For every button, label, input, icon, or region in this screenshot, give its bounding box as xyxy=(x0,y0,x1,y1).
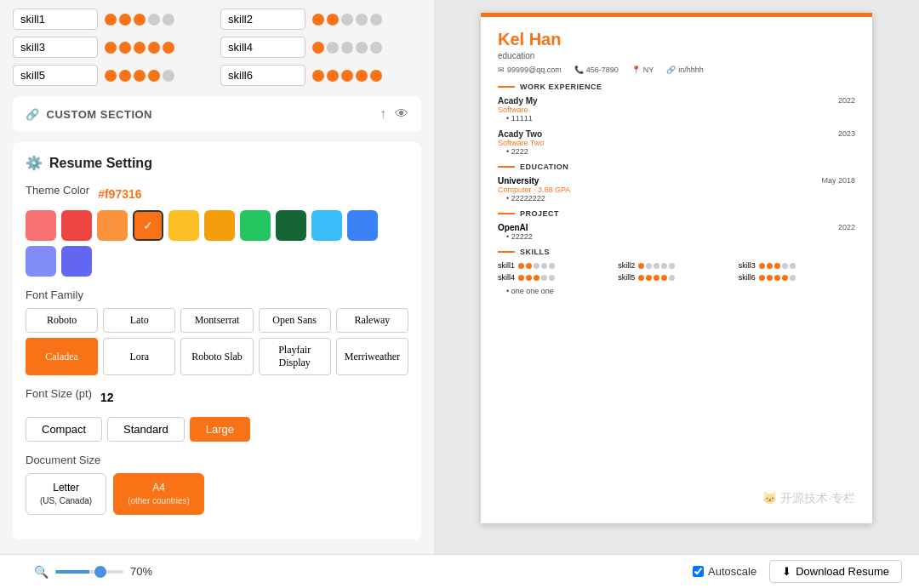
color-swatch[interactable] xyxy=(26,246,56,277)
watermark: 🐱 开源技术·专栏 xyxy=(762,491,855,506)
work-section-line xyxy=(498,86,515,88)
skill-input[interactable] xyxy=(220,65,305,86)
font-button[interactable]: Roboto Slab xyxy=(180,338,253,375)
dot-filled[interactable] xyxy=(312,14,324,26)
edu-school: University xyxy=(498,176,539,186)
color-swatch[interactable] xyxy=(97,210,128,241)
preview-dot-filled xyxy=(638,275,644,281)
color-swatch[interactable] xyxy=(347,210,378,241)
font-size-button[interactable]: Compact xyxy=(26,417,102,442)
color-swatch[interactable] xyxy=(204,210,235,241)
email-value: 99999@qq.com xyxy=(507,66,562,74)
exp-company: Acady Two xyxy=(498,129,542,139)
preview-skill-name: skill6 xyxy=(739,273,756,282)
project-section-line xyxy=(498,213,515,214)
dot-filled[interactable] xyxy=(105,42,117,54)
resume-contact: ✉ 99999@qq.com 📞 456-7890 📍 NY 🔗 in/hhhh xyxy=(498,66,855,74)
dot-empty[interactable] xyxy=(370,14,382,26)
dot-empty[interactable] xyxy=(356,14,368,26)
font-family-grid: RobotoLatoMontserratOpen SansRalewayCala… xyxy=(26,308,408,375)
resume-name: Kel Han xyxy=(498,30,855,49)
doc-size-label: Document Size xyxy=(26,454,408,466)
upload-icon[interactable]: ↑ xyxy=(380,106,386,122)
skill-dots xyxy=(105,70,174,82)
contact-link: 🔗 in/hhhh xyxy=(666,66,704,74)
font-button[interactable]: Playfair Display xyxy=(259,338,331,375)
dot-filled[interactable] xyxy=(356,70,368,82)
eye-off-icon[interactable]: 👁 xyxy=(395,106,408,122)
color-swatch[interactable]: ✓ xyxy=(133,210,163,241)
color-swatch[interactable] xyxy=(61,210,92,241)
preview-dot-empty xyxy=(790,275,796,281)
dot-filled[interactable] xyxy=(119,42,131,54)
autoscale-checkbox[interactable] xyxy=(693,566,704,577)
font-button[interactable]: Raleway xyxy=(336,308,408,333)
dot-empty[interactable] xyxy=(341,14,353,26)
font-size-button[interactable]: Large xyxy=(190,417,250,442)
dot-filled[interactable] xyxy=(119,14,131,26)
work-section-header: WORK EXPERIENCE xyxy=(498,83,855,91)
skill-input[interactable] xyxy=(220,37,305,58)
font-button[interactable]: Caladea xyxy=(26,338,98,375)
font-button[interactable]: Merriweather xyxy=(336,338,408,375)
exp-role: Software Two xyxy=(498,139,855,147)
font-button[interactable]: Lora xyxy=(103,338,175,375)
work-section-title: WORK EXPERIENCE xyxy=(520,83,602,91)
skill-row xyxy=(220,9,421,30)
skill-dots xyxy=(105,42,174,54)
color-swatch[interactable] xyxy=(240,210,271,241)
font-size-button[interactable]: Standard xyxy=(107,417,185,442)
dot-filled[interactable] xyxy=(327,14,339,26)
dot-filled[interactable] xyxy=(341,70,353,82)
doc-size-button[interactable]: A4(other countries) xyxy=(113,473,204,515)
doc-size-button[interactable]: Letter(US, Canada) xyxy=(26,473,106,515)
contact-location: 📍 NY xyxy=(631,66,654,74)
project-entry: OpenAI 2022 22222 xyxy=(498,223,855,241)
resume-subtitle: education xyxy=(498,51,855,60)
preview-skill-row: skill1 xyxy=(498,261,614,270)
font-button[interactable]: Roboto xyxy=(26,308,98,333)
theme-color-hex: #f97316 xyxy=(98,187,141,201)
font-button[interactable]: Lato xyxy=(103,308,175,333)
dot-filled[interactable] xyxy=(312,70,324,82)
project-section-header: PROJECT xyxy=(498,209,855,218)
dot-empty[interactable] xyxy=(356,42,368,54)
skill-input[interactable] xyxy=(220,9,305,30)
color-swatch[interactable] xyxy=(168,210,199,241)
dot-filled[interactable] xyxy=(312,42,324,54)
dot-filled[interactable] xyxy=(134,70,146,82)
dot-empty[interactable] xyxy=(163,70,174,82)
dot-filled[interactable] xyxy=(370,70,382,82)
color-swatch[interactable] xyxy=(311,210,342,241)
dot-empty[interactable] xyxy=(327,42,339,54)
exp-year: 2023 xyxy=(838,129,855,138)
dot-filled[interactable] xyxy=(105,70,117,82)
dot-filled[interactable] xyxy=(134,14,146,26)
skill-input[interactable] xyxy=(13,37,98,58)
dot-filled[interactable] xyxy=(148,70,160,82)
dot-filled[interactable] xyxy=(134,42,146,54)
dot-filled[interactable] xyxy=(119,70,131,82)
gear-icon: ⚙️ xyxy=(26,155,43,171)
dot-empty[interactable] xyxy=(148,14,160,26)
download-resume-button[interactable]: ⬇ Download Resume xyxy=(769,560,902,583)
dot-filled[interactable] xyxy=(105,14,117,26)
dot-empty[interactable] xyxy=(163,14,174,26)
font-button[interactable]: Open Sans xyxy=(259,308,331,333)
dot-empty[interactable] xyxy=(341,42,353,54)
skill-input[interactable] xyxy=(13,9,98,30)
color-swatch[interactable] xyxy=(61,246,92,277)
skill-input[interactable] xyxy=(13,65,98,86)
preview-dot-empty xyxy=(646,263,652,269)
color-swatch[interactable] xyxy=(26,210,56,241)
font-family-label: Font Family xyxy=(26,288,408,301)
dot-empty[interactable] xyxy=(370,42,382,54)
exp-role: Software xyxy=(498,106,855,114)
dot-filled[interactable] xyxy=(148,42,160,54)
color-swatch[interactable] xyxy=(276,210,306,241)
zoom-slider[interactable] xyxy=(55,570,123,574)
preview-dot-empty xyxy=(654,263,659,269)
dot-filled[interactable] xyxy=(327,70,339,82)
dot-filled[interactable] xyxy=(163,42,174,54)
font-button[interactable]: Montserrat xyxy=(180,308,253,333)
